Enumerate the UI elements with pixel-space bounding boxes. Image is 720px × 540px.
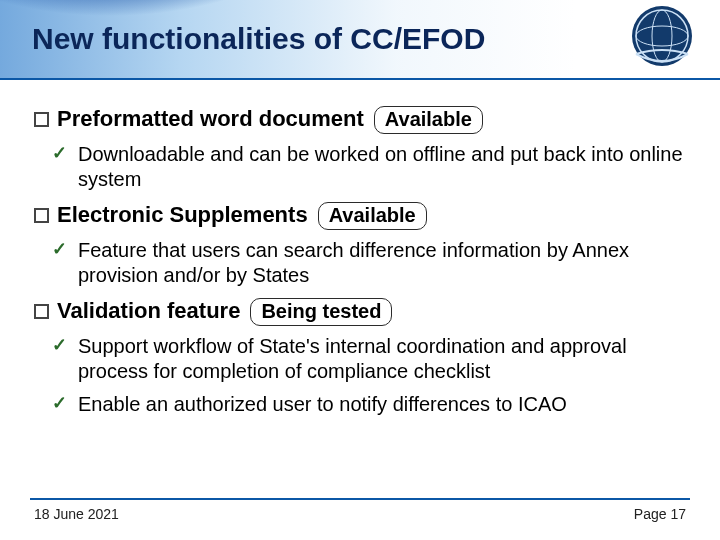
- icao-logo: [616, 2, 708, 70]
- checkbox-icon: [34, 112, 49, 127]
- checkmark-icon: ✓: [52, 334, 70, 384]
- section-1-label: Preformatted word document: [57, 106, 364, 132]
- status-badge: Available: [374, 106, 483, 134]
- slide-content: Preformatted word document Available ✓ D…: [34, 96, 694, 425]
- footer-date: 18 June 2021: [34, 506, 119, 522]
- section-1-bullet-1: ✓ Downloadable and can be worked on offl…: [52, 142, 694, 192]
- status-badge: Being tested: [250, 298, 392, 326]
- bullet-text: Downloadable and can be worked on offlin…: [78, 142, 694, 192]
- checkbox-icon: [34, 208, 49, 223]
- page-title: New functionalities of CC/EFOD: [32, 22, 485, 56]
- section-2-head: Electronic Supplements Available: [34, 202, 694, 230]
- footer-divider: [30, 498, 690, 500]
- section-3-label: Validation feature: [57, 298, 240, 324]
- checkmark-icon: ✓: [52, 142, 70, 192]
- footer-page: Page 17: [634, 506, 686, 522]
- section-1-head: Preformatted word document Available: [34, 106, 694, 134]
- section-2-bullet-1: ✓ Feature that users can search differen…: [52, 238, 694, 288]
- bullet-text: Support workflow of State's internal coo…: [78, 334, 694, 384]
- checkbox-icon: [34, 304, 49, 319]
- bullet-text: Feature that users can search difference…: [78, 238, 694, 288]
- title-underline: [0, 78, 720, 80]
- slide-footer: 18 June 2021 Page 17: [0, 498, 720, 522]
- section-3-head: Validation feature Being tested: [34, 298, 694, 326]
- section-2-label: Electronic Supplements: [57, 202, 308, 228]
- section-3-bullet-1: ✓ Support workflow of State's internal c…: [52, 334, 694, 384]
- checkmark-icon: ✓: [52, 392, 70, 417]
- status-badge: Available: [318, 202, 427, 230]
- section-3-bullet-2: ✓ Enable an authorized user to notify di…: [52, 392, 694, 417]
- bullet-text: Enable an authorized user to notify diff…: [78, 392, 567, 417]
- checkmark-icon: ✓: [52, 238, 70, 288]
